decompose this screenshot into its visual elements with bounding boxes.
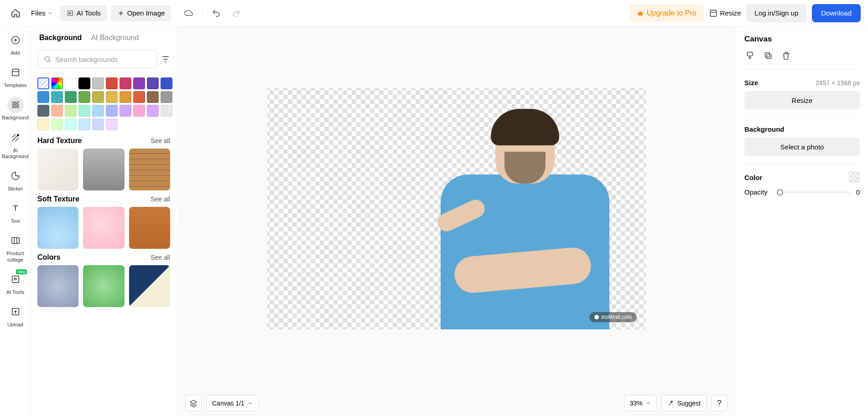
canvas-pager[interactable]: Canvas 1/1: [206, 395, 259, 411]
hard-texture-title: Hard Texture: [37, 137, 82, 145]
cloud-sync-icon[interactable]: [180, 5, 197, 21]
swatch-color[interactable]: [37, 105, 49, 117]
rail-product-collage[interactable]: Product collage: [0, 232, 31, 262]
rail-background[interactable]: Background: [0, 97, 31, 121]
swatch-color[interactable]: [65, 118, 77, 130]
suggest-button[interactable]: Suggest: [661, 395, 707, 411]
swatch-transparent[interactable]: [37, 77, 49, 89]
help-button[interactable]: ?: [711, 395, 728, 411]
swatch-color[interactable]: [133, 77, 145, 89]
swatch-color-picker[interactable]: [51, 77, 63, 89]
swatch-color[interactable]: [106, 118, 118, 130]
zoom-dropdown[interactable]: 33%: [624, 395, 657, 411]
swatch-color[interactable]: [106, 91, 118, 103]
swatch-color[interactable]: [37, 118, 49, 130]
swatch-color[interactable]: [65, 91, 77, 103]
swatch-color[interactable]: [78, 91, 90, 103]
texture-thumb[interactable]: [129, 207, 170, 249]
rail-text[interactable]: Text: [0, 200, 31, 224]
rail-sticker[interactable]: Sticker: [0, 168, 31, 192]
login-button[interactable]: Log in/Sign up: [746, 4, 806, 22]
home-icon[interactable]: [7, 5, 24, 21]
template-apply-button[interactable]: [744, 50, 755, 61]
swatch-color[interactable]: [92, 91, 104, 103]
swatch-color[interactable]: [147, 77, 159, 89]
soft-texture-see-all[interactable]: See all: [151, 195, 170, 203]
swatch-color[interactable]: [133, 91, 145, 103]
swatch-color[interactable]: [51, 91, 63, 103]
swatch-color[interactable]: [106, 77, 118, 89]
download-label: Download: [821, 9, 852, 17]
canvas-area: insMind.com Canvas 1/1 33% Suggest ?: [177, 26, 736, 416]
swatch-color[interactable]: [51, 105, 63, 117]
swatch-color[interactable]: [65, 77, 77, 89]
tab-background[interactable]: Background: [39, 34, 82, 42]
texture-thumb[interactable]: [37, 207, 78, 249]
swatch-color[interactable]: [133, 105, 145, 117]
svg-point-9: [594, 315, 599, 319]
upgrade-button[interactable]: Upgrade to Pro: [629, 4, 704, 22]
texture-thumb[interactable]: [83, 265, 124, 307]
rail-label: Templates: [4, 82, 26, 88]
swatch-color[interactable]: [92, 118, 104, 130]
swatch-color[interactable]: [37, 91, 49, 103]
swatch-color[interactable]: [78, 77, 90, 89]
color-picker-button[interactable]: [849, 172, 860, 183]
delete-button[interactable]: [781, 50, 792, 61]
swatch-color[interactable]: [161, 77, 172, 89]
texture-thumb[interactable]: [129, 265, 170, 307]
swatch-color[interactable]: [161, 105, 172, 117]
search-input[interactable]: Search backgrounds: [37, 50, 157, 68]
resize-button[interactable]: Resize: [744, 91, 860, 109]
tab-ai-background[interactable]: AI Background: [91, 34, 139, 42]
swatch-color[interactable]: [78, 118, 90, 130]
swatch-color[interactable]: [147, 105, 159, 117]
rail-ai-tools[interactable]: New AI Tools: [0, 271, 31, 295]
subject-image[interactable]: [427, 106, 619, 329]
swatch-color[interactable]: [92, 77, 104, 89]
open-image-button[interactable]: Open Image: [111, 5, 172, 21]
ai-tools-button[interactable]: AI Tools: [60, 5, 107, 21]
layers-icon: [189, 399, 198, 407]
swatch-color[interactable]: [106, 105, 118, 117]
swatch-color[interactable]: [65, 105, 77, 117]
resize-label: Resize: [720, 9, 741, 17]
ai-tools-icon: [10, 274, 21, 284]
redo-button[interactable]: [228, 5, 244, 21]
ai-background-icon: [10, 133, 21, 143]
swatch-color[interactable]: [78, 105, 90, 117]
rail-upload[interactable]: Upload: [0, 303, 31, 328]
rail-label: AI Background: [0, 148, 31, 159]
canvas-pager-label: Canvas 1/1: [212, 400, 244, 407]
download-button[interactable]: Download: [812, 4, 861, 22]
files-dropdown[interactable]: Files: [27, 5, 57, 21]
layers-button[interactable]: [185, 395, 202, 411]
texture-thumb[interactable]: [83, 207, 124, 249]
swatch-color[interactable]: [120, 91, 131, 103]
swatch-color[interactable]: [120, 105, 131, 117]
swatch-color[interactable]: [92, 105, 104, 117]
hard-texture-see-all[interactable]: See all: [151, 137, 170, 144]
swatch-color[interactable]: [120, 77, 131, 89]
texture-thumb[interactable]: [37, 149, 78, 190]
rail-add[interactable]: Add: [0, 32, 31, 56]
plus-icon: [117, 10, 125, 17]
texture-thumb[interactable]: [37, 265, 78, 307]
texture-thumb[interactable]: [129, 149, 170, 190]
rail-templates[interactable]: Templates: [0, 64, 31, 88]
colors-see-all[interactable]: See all: [151, 254, 170, 261]
rail-label: Background: [2, 115, 29, 121]
duplicate-button[interactable]: [763, 50, 774, 61]
canvas[interactable]: insMind.com: [267, 88, 646, 329]
undo-button[interactable]: [208, 5, 224, 21]
filter-icon[interactable]: [161, 55, 170, 64]
swatch-color[interactable]: [147, 91, 159, 103]
select-photo-button[interactable]: Select a photo: [744, 138, 860, 156]
resize-button-top[interactable]: Resize: [709, 9, 741, 17]
texture-thumb[interactable]: [83, 149, 124, 190]
swatch-color[interactable]: [51, 118, 63, 130]
rail-ai-background[interactable]: AI Background: [0, 129, 31, 159]
swatch-color[interactable]: [161, 91, 172, 103]
svg-rect-10: [747, 52, 753, 56]
opacity-slider[interactable]: [777, 191, 851, 193]
